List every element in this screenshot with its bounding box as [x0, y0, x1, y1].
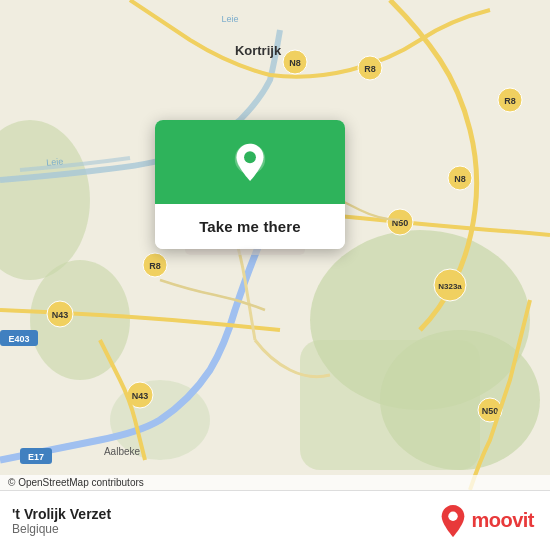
take-me-there-button[interactable]: Take me there: [155, 204, 345, 249]
svg-text:R8: R8: [364, 64, 376, 74]
svg-text:N43: N43: [132, 391, 149, 401]
svg-point-38: [244, 151, 256, 163]
svg-text:Leie: Leie: [221, 14, 238, 24]
svg-point-4: [30, 260, 130, 380]
svg-text:N8: N8: [454, 174, 466, 184]
svg-text:Kortrijk: Kortrijk: [235, 43, 282, 58]
svg-text:N43: N43: [52, 310, 69, 320]
svg-text:N8: N8: [289, 58, 301, 68]
place-info: 't Vrolijk Verzet Belgique: [12, 506, 111, 536]
moovit-pin-icon: [439, 504, 467, 538]
svg-text:N323a: N323a: [438, 282, 462, 291]
attribution-bar: © OpenStreetMap contributors: [0, 475, 550, 490]
map-popup: Take me there: [155, 120, 345, 249]
place-country: Belgique: [12, 522, 111, 536]
place-name: 't Vrolijk Verzet: [12, 506, 111, 522]
svg-text:E403: E403: [8, 334, 29, 344]
svg-text:Leie: Leie: [46, 156, 64, 167]
svg-text:R8: R8: [504, 96, 516, 106]
svg-rect-5: [300, 340, 480, 470]
moovit-text: moovit: [471, 509, 534, 532]
map-container: R8 R8 R8 N8 N8 E17 N50 N50 N43 N43: [0, 0, 550, 490]
svg-text:Aalbeke: Aalbeke: [104, 446, 141, 457]
bottom-bar: 't Vrolijk Verzet Belgique moovit: [0, 490, 550, 550]
svg-text:N50: N50: [482, 406, 499, 416]
location-pin-icon: [228, 142, 272, 186]
svg-text:R8: R8: [149, 261, 161, 271]
moovit-logo: moovit: [439, 504, 534, 538]
popup-header: [155, 120, 345, 204]
svg-text:E17: E17: [28, 452, 44, 462]
svg-point-39: [449, 511, 458, 520]
attribution-text: © OpenStreetMap contributors: [8, 477, 144, 488]
